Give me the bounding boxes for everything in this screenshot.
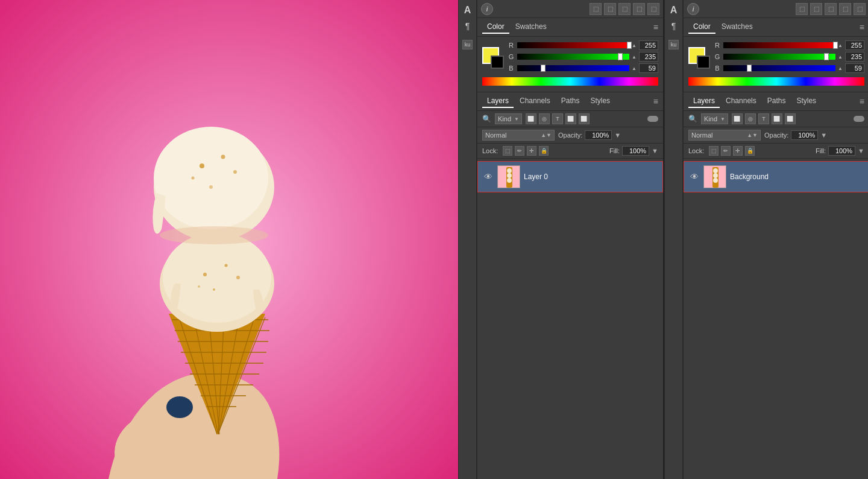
slider-label-g-2: G	[714, 53, 721, 60]
tab-swatches-1[interactable]: Swatches	[511, 21, 552, 34]
filter-toggle-2[interactable]	[854, 116, 864, 122]
tab-color-2[interactable]: Color	[688, 21, 715, 34]
slider-arrow-b-1[interactable]: ▲	[632, 66, 637, 71]
lock-pixels-1[interactable]: ⬚	[503, 146, 512, 156]
slider-arrow-r-2[interactable]: ▲	[838, 43, 843, 48]
lock-all-2[interactable]: 🔒	[745, 146, 755, 156]
color-spectrum-2[interactable]	[688, 77, 864, 86]
fill-arrow-1[interactable]: ▼	[652, 147, 658, 154]
svg-point-45	[713, 173, 718, 178]
filter-adjust-2[interactable]: ◎	[745, 113, 756, 124]
fill-input-1[interactable]	[622, 146, 649, 156]
toolbar-icon-1c[interactable]: ⬚	[618, 3, 631, 15]
bg-swatch-1[interactable]	[491, 56, 504, 69]
toolbar-icon-1e[interactable]: ⬚	[647, 3, 659, 15]
filter-pixel-2[interactable]: ⬜	[732, 113, 743, 124]
color-panel-1-menu[interactable]: ≡	[653, 22, 658, 32]
slider-value-r-1[interactable]	[639, 40, 658, 50]
toolbar-icon-1b[interactable]: ⬚	[604, 3, 616, 15]
plugin-btn-1[interactable]: ku	[462, 40, 473, 49]
toolbar-icon-2e[interactable]: ⬚	[854, 3, 866, 15]
slider-row-b-1: B ▲	[508, 63, 658, 73]
color-spectrum-1[interactable]	[482, 77, 658, 86]
lock-artboards-1[interactable]: ✛	[527, 146, 536, 156]
filter-toggle-1[interactable]	[647, 116, 658, 122]
kind-select-1[interactable]: Kind ▼	[495, 113, 522, 124]
slider-r-2[interactable]	[723, 42, 835, 48]
slider-g-2[interactable]	[723, 54, 835, 60]
paragraph-tool-2[interactable]: ¶	[667, 19, 681, 33]
fg-bg-swatch-2[interactable]	[688, 47, 710, 69]
text-tool-1[interactable]: A	[461, 4, 474, 17]
plugin-btn-2[interactable]: ku	[668, 40, 679, 49]
slider-value-b-2[interactable]	[845, 63, 864, 73]
fill-input-2[interactable]	[828, 146, 855, 156]
tab-paths-1[interactable]: Paths	[556, 95, 585, 108]
layer-visibility-1[interactable]: 👁	[483, 171, 494, 182]
fill-arrow-2[interactable]: ▼	[858, 147, 864, 154]
slider-arrow-g-1[interactable]: ▲	[632, 54, 637, 60]
info-icon-2[interactable]: i	[687, 3, 699, 15]
fg-bg-swatch-1[interactable]	[482, 47, 504, 69]
layer-item-layer0[interactable]: 👁 Layer 0	[477, 161, 663, 192]
toolbar-icon-1d[interactable]: ⬚	[633, 3, 645, 15]
slider-value-r-2[interactable]	[845, 40, 864, 50]
lock-position-1[interactable]: ✏	[515, 146, 524, 156]
layer-item-background[interactable]: 👁 Background	[684, 161, 868, 192]
bg-swatch-2[interactable]	[697, 56, 710, 69]
toolbar-icon-1a[interactable]: ⬚	[590, 3, 602, 15]
toolbar-icon-2a[interactable]: ⬚	[796, 3, 808, 15]
filter-text-1[interactable]: T	[552, 113, 563, 124]
layers-panel-1-menu[interactable]: ≡	[653, 97, 658, 106]
filter-shape-1[interactable]: ⬜	[565, 113, 576, 124]
slider-arrow-r-1[interactable]: ▲	[632, 43, 637, 48]
slider-arrow-g-2[interactable]: ▲	[838, 54, 843, 60]
blend-select-1[interactable]: Normal ▲▼	[482, 130, 555, 141]
layers-panel-2-menu[interactable]: ≡	[860, 97, 864, 106]
slider-value-g-1[interactable]	[639, 52, 658, 62]
blend-select-2[interactable]: Normal ▲▼	[688, 130, 761, 141]
slider-b-1[interactable]	[517, 65, 629, 71]
slider-arrow-b-2[interactable]: ▲	[838, 66, 843, 71]
tab-layers-1[interactable]: Layers	[482, 95, 514, 108]
info-icon-1[interactable]: i	[481, 3, 493, 15]
tab-color-1[interactable]: Color	[482, 21, 509, 34]
tool-strip-1: A ¶ ku	[459, 0, 477, 479]
paragraph-tool-1[interactable]: ¶	[461, 19, 474, 33]
text-tool-2[interactable]: A	[667, 4, 681, 17]
opacity-input-1[interactable]	[585, 130, 612, 140]
lock-artboards-2[interactable]: ✛	[733, 146, 743, 156]
opacity-arrow-1[interactable]: ▼	[614, 132, 621, 139]
filter-shape-2[interactable]: ⬜	[772, 113, 782, 124]
color-panel-2-menu[interactable]: ≡	[860, 22, 864, 32]
slider-value-g-2[interactable]	[845, 52, 864, 62]
slider-b-2[interactable]	[723, 65, 835, 71]
tab-swatches-2[interactable]: Swatches	[717, 21, 758, 34]
filter-adjust-1[interactable]: ◎	[539, 113, 550, 124]
tab-layers-2[interactable]: Layers	[688, 95, 720, 108]
svg-point-46	[713, 178, 718, 183]
filter-smart-2[interactable]: ⬜	[785, 113, 796, 124]
tab-channels-1[interactable]: Channels	[515, 95, 555, 108]
tab-paths-2[interactable]: Paths	[763, 95, 791, 108]
lock-position-2[interactable]: ✏	[721, 146, 731, 156]
tab-styles-1[interactable]: Styles	[585, 95, 615, 108]
kind-select-2[interactable]: Kind ▼	[701, 113, 728, 124]
filter-pixel-1[interactable]: ⬜	[526, 113, 536, 124]
filter-text-2[interactable]: T	[758, 113, 769, 124]
lock-pixels-2[interactable]: ⬚	[709, 146, 719, 156]
slider-r-1[interactable]	[517, 42, 629, 48]
filter-smart-1[interactable]: ⬜	[579, 113, 590, 124]
slider-g-1[interactable]	[517, 54, 629, 60]
tab-styles-2[interactable]: Styles	[791, 95, 821, 108]
opacity-arrow-2[interactable]: ▼	[820, 132, 827, 139]
slider-value-b-1[interactable]	[639, 63, 658, 73]
filter-icons-1: ⬜ ◎ T ⬜ ⬜	[526, 113, 590, 124]
lock-all-1[interactable]: 🔒	[539, 146, 549, 156]
toolbar-icon-2d[interactable]: ⬚	[839, 3, 851, 15]
toolbar-icon-2c[interactable]: ⬚	[825, 3, 837, 15]
opacity-input-2[interactable]	[791, 130, 818, 140]
toolbar-icon-2b[interactable]: ⬚	[810, 3, 822, 15]
tab-channels-2[interactable]: Channels	[721, 95, 761, 108]
layer-visibility-2[interactable]: 👁	[689, 171, 700, 182]
